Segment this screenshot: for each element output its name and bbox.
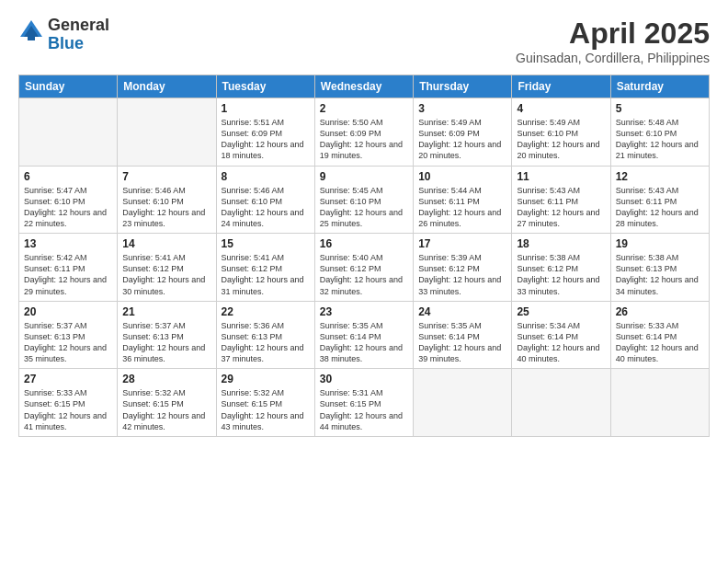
day-number: 4 (517, 102, 605, 115)
day-info: Sunrise: 5:46 AM Sunset: 6:10 PM Dayligh… (222, 185, 310, 230)
calendar-body: 1Sunrise: 5:51 AM Sunset: 6:09 PM Daylig… (19, 98, 710, 437)
day-number: 9 (320, 170, 408, 183)
calendar-cell: 14Sunrise: 5:41 AM Sunset: 6:12 PM Dayli… (118, 234, 216, 302)
calendar-cell: 3Sunrise: 5:49 AM Sunset: 6:09 PM Daylig… (414, 98, 512, 167)
day-info: Sunrise: 5:37 AM Sunset: 6:13 PM Dayligh… (24, 320, 112, 365)
calendar-cell: 24Sunrise: 5:35 AM Sunset: 6:14 PM Dayli… (414, 301, 512, 369)
calendar-cell: 18Sunrise: 5:38 AM Sunset: 6:12 PM Dayli… (512, 234, 610, 302)
day-number: 28 (122, 373, 210, 385)
day-info: Sunrise: 5:32 AM Sunset: 6:15 PM Dayligh… (122, 387, 210, 432)
calendar-cell: 5Sunrise: 5:48 AM Sunset: 6:10 PM Daylig… (610, 98, 709, 167)
day-info: Sunrise: 5:35 AM Sunset: 6:14 PM Dayligh… (418, 320, 506, 365)
day-number: 19 (616, 237, 704, 250)
calendar-cell: 13Sunrise: 5:42 AM Sunset: 6:11 PM Dayli… (19, 234, 118, 302)
day-info: Sunrise: 5:45 AM Sunset: 6:10 PM Dayligh… (320, 185, 408, 230)
logo-blue-label: Blue (48, 35, 109, 53)
calendar-cell (118, 98, 216, 167)
day-number: 8 (222, 170, 310, 183)
day-info: Sunrise: 5:31 AM Sunset: 6:15 PM Dayligh… (320, 387, 408, 432)
day-number: 18 (517, 237, 605, 250)
calendar-cell: 23Sunrise: 5:35 AM Sunset: 6:14 PM Dayli… (314, 301, 413, 369)
day-number: 11 (517, 170, 605, 183)
day-info: Sunrise: 5:46 AM Sunset: 6:10 PM Dayligh… (122, 185, 210, 230)
day-info: Sunrise: 5:49 AM Sunset: 6:09 PM Dayligh… (418, 117, 506, 162)
calendar-cell: 21Sunrise: 5:37 AM Sunset: 6:13 PM Dayli… (118, 301, 216, 369)
day-number: 7 (122, 170, 210, 183)
col-saturday: Saturday (610, 75, 709, 98)
calendar-cell (414, 369, 512, 437)
calendar-cell: 1Sunrise: 5:51 AM Sunset: 6:09 PM Daylig… (216, 98, 314, 167)
day-number: 17 (418, 237, 506, 250)
day-info: Sunrise: 5:37 AM Sunset: 6:13 PM Dayligh… (122, 320, 210, 365)
day-number: 13 (24, 237, 112, 250)
calendar-cell: 12Sunrise: 5:43 AM Sunset: 6:11 PM Dayli… (610, 166, 709, 234)
day-info: Sunrise: 5:49 AM Sunset: 6:10 PM Dayligh… (517, 117, 605, 162)
day-info: Sunrise: 5:36 AM Sunset: 6:13 PM Dayligh… (222, 320, 310, 365)
day-number: 29 (222, 373, 310, 385)
calendar-week-4: 20Sunrise: 5:37 AM Sunset: 6:13 PM Dayli… (19, 301, 710, 369)
day-info: Sunrise: 5:33 AM Sunset: 6:15 PM Dayligh… (24, 387, 112, 432)
calendar-header: Sunday Monday Tuesday Wednesday Thursday… (19, 75, 710, 98)
calendar-cell (512, 369, 610, 437)
calendar-week-5: 27Sunrise: 5:33 AM Sunset: 6:15 PM Dayli… (19, 369, 710, 437)
col-wednesday: Wednesday (314, 75, 413, 98)
svg-rect-2 (28, 35, 35, 40)
day-number: 12 (616, 170, 704, 183)
calendar-cell: 25Sunrise: 5:34 AM Sunset: 6:14 PM Dayli… (512, 301, 610, 369)
calendar-cell: 7Sunrise: 5:46 AM Sunset: 6:10 PM Daylig… (118, 166, 216, 234)
calendar-cell: 29Sunrise: 5:32 AM Sunset: 6:15 PM Dayli… (216, 369, 314, 437)
calendar-cell: 28Sunrise: 5:32 AM Sunset: 6:15 PM Dayli… (118, 369, 216, 437)
day-number: 23 (320, 305, 408, 318)
day-info: Sunrise: 5:43 AM Sunset: 6:11 PM Dayligh… (616, 185, 704, 230)
day-info: Sunrise: 5:35 AM Sunset: 6:14 PM Dayligh… (320, 320, 408, 365)
day-number: 15 (222, 237, 310, 250)
day-info: Sunrise: 5:32 AM Sunset: 6:15 PM Dayligh… (222, 387, 310, 432)
day-info: Sunrise: 5:43 AM Sunset: 6:11 PM Dayligh… (517, 185, 605, 230)
calendar-cell: 10Sunrise: 5:44 AM Sunset: 6:11 PM Dayli… (414, 166, 512, 234)
day-number: 3 (418, 102, 506, 115)
calendar-subtitle: Guinsadan, Cordillera, Philippines (516, 51, 710, 65)
day-number: 26 (616, 305, 704, 318)
logo-icon (18, 18, 44, 44)
day-info: Sunrise: 5:41 AM Sunset: 6:12 PM Dayligh… (222, 252, 310, 297)
day-number: 5 (616, 102, 704, 115)
calendar-cell: 6Sunrise: 5:47 AM Sunset: 6:10 PM Daylig… (19, 166, 118, 234)
col-sunday: Sunday (19, 75, 118, 98)
day-number: 20 (24, 305, 112, 318)
col-tuesday: Tuesday (216, 75, 314, 98)
day-number: 25 (517, 305, 605, 318)
logo-general-label: General (48, 17, 109, 35)
calendar-cell: 27Sunrise: 5:33 AM Sunset: 6:15 PM Dayli… (19, 369, 118, 437)
logo: General Blue (18, 17, 109, 53)
day-info: Sunrise: 5:38 AM Sunset: 6:13 PM Dayligh… (616, 252, 704, 297)
day-number: 1 (222, 102, 310, 115)
calendar-week-2: 6Sunrise: 5:47 AM Sunset: 6:10 PM Daylig… (19, 166, 710, 234)
day-number: 21 (122, 305, 210, 318)
day-number: 10 (418, 170, 506, 183)
calendar-cell: 26Sunrise: 5:33 AM Sunset: 6:14 PM Dayli… (610, 301, 709, 369)
calendar-cell (610, 369, 709, 437)
day-info: Sunrise: 5:42 AM Sunset: 6:11 PM Dayligh… (24, 252, 112, 297)
calendar-cell: 30Sunrise: 5:31 AM Sunset: 6:15 PM Dayli… (314, 369, 413, 437)
calendar-cell: 17Sunrise: 5:39 AM Sunset: 6:12 PM Dayli… (414, 234, 512, 302)
day-info: Sunrise: 5:39 AM Sunset: 6:12 PM Dayligh… (418, 252, 506, 297)
calendar-week-1: 1Sunrise: 5:51 AM Sunset: 6:09 PM Daylig… (19, 98, 710, 167)
day-number: 16 (320, 237, 408, 250)
day-number: 2 (320, 102, 408, 115)
day-number: 6 (24, 170, 112, 183)
day-info: Sunrise: 5:51 AM Sunset: 6:09 PM Dayligh… (222, 117, 310, 162)
calendar-cell: 22Sunrise: 5:36 AM Sunset: 6:13 PM Dayli… (216, 301, 314, 369)
col-thursday: Thursday (414, 75, 512, 98)
calendar-cell (19, 98, 118, 167)
calendar-cell: 2Sunrise: 5:50 AM Sunset: 6:09 PM Daylig… (314, 98, 413, 167)
day-number: 14 (122, 237, 210, 250)
calendar-cell: 8Sunrise: 5:46 AM Sunset: 6:10 PM Daylig… (216, 166, 314, 234)
day-info: Sunrise: 5:34 AM Sunset: 6:14 PM Dayligh… (517, 320, 605, 365)
col-friday: Friday (512, 75, 610, 98)
calendar-cell: 4Sunrise: 5:49 AM Sunset: 6:10 PM Daylig… (512, 98, 610, 167)
day-info: Sunrise: 5:41 AM Sunset: 6:12 PM Dayligh… (122, 252, 210, 297)
col-monday: Monday (118, 75, 216, 98)
title-block: April 2025 Guinsadan, Cordillera, Philip… (516, 17, 710, 65)
day-info: Sunrise: 5:38 AM Sunset: 6:12 PM Dayligh… (517, 252, 605, 297)
header: General Blue April 2025 Guinsadan, Cordi… (18, 17, 710, 65)
